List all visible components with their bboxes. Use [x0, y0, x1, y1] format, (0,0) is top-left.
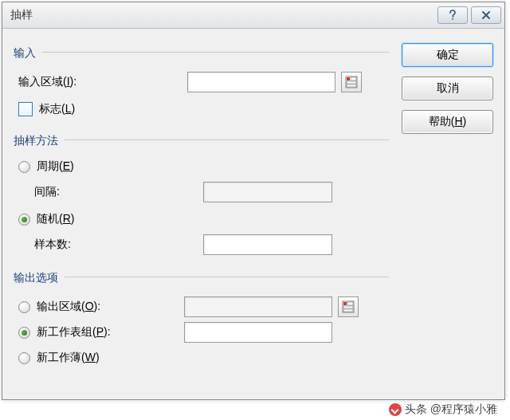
output-header-label: 输出选项 — [14, 271, 58, 285]
dialog-content: 输入 输入区域(I): 标志(L) 抽样方法 周期(E) — [2, 29, 504, 399]
labels-checkbox-row: 标志(L) — [14, 102, 389, 116]
input-range-field[interactable] — [187, 72, 335, 92]
new-sheet-row: 新工作表组(P): — [14, 322, 389, 343]
periodic-radio-label: 周期(E) — [37, 159, 74, 174]
svg-rect-6 — [343, 302, 347, 305]
new-sheet-radio[interactable] — [18, 327, 30, 339]
periodic-radio[interactable] — [18, 161, 30, 173]
close-icon — [481, 10, 491, 20]
output-range-radio[interactable] — [18, 301, 30, 313]
random-radio[interactable] — [18, 214, 30, 226]
ok-button-label: 确定 — [437, 48, 459, 62]
svg-rect-3 — [347, 81, 356, 84]
sampling-dialog: 抽样 输入 输入区域(I): — [2, 2, 505, 400]
sample-count-field[interactable] — [203, 234, 332, 255]
method-group-header: 抽样方法 — [14, 128, 389, 151]
cancel-button[interactable]: 取消 — [402, 77, 493, 100]
random-radio-label: 随机(R) — [37, 212, 74, 226]
dialog-title: 抽样 — [10, 8, 437, 22]
separator — [65, 277, 389, 277]
help-button[interactable]: 帮助(H) — [402, 110, 493, 134]
output-range-label: 输出区域(O): — [37, 300, 100, 314]
output-range-ref-button[interactable] — [338, 296, 359, 317]
new-sheet-field[interactable] — [184, 322, 332, 343]
new-book-radio[interactable] — [18, 352, 30, 364]
range-picker-icon — [345, 76, 358, 88]
new-book-label: 新工作薄(W) — [37, 351, 100, 365]
cancel-button-label: 取消 — [437, 81, 459, 96]
sample-count-row: 样本数: — [14, 234, 389, 255]
new-sheet-label: 新工作表组(P): — [37, 325, 111, 340]
random-radio-row: 随机(R) — [14, 212, 389, 226]
input-range-label: 输入区域(I): — [14, 75, 181, 89]
ok-button[interactable]: 确定 — [402, 43, 493, 67]
periodic-radio-row: 周期(E) — [14, 159, 389, 174]
input-range-ref-button[interactable] — [341, 72, 362, 92]
toutiao-icon — [389, 403, 402, 416]
separator — [65, 139, 389, 140]
output-range-row: 输出区域(O): — [14, 296, 389, 317]
svg-rect-8 — [343, 306, 353, 308]
labels-checkbox-label: 标志(L) — [39, 102, 75, 116]
input-range-row: 输入区域(I): — [14, 72, 389, 92]
svg-rect-4 — [347, 84, 356, 87]
input-group-header: 输入 — [14, 40, 389, 64]
input-header-label: 输入 — [14, 46, 36, 61]
separator — [42, 52, 389, 53]
range-picker-icon — [342, 300, 355, 313]
footer-text: 头条 @程序猿小雅 — [405, 402, 497, 417]
interval-row: 间隔: — [14, 182, 389, 202]
question-icon — [448, 10, 457, 21]
svg-rect-7 — [347, 302, 353, 305]
output-group-header: 输出选项 — [14, 265, 389, 289]
interval-label: 间隔: — [14, 185, 197, 199]
svg-rect-2 — [351, 77, 356, 80]
right-column: 确定 取消 帮助(H) — [402, 37, 493, 391]
labels-checkbox[interactable] — [18, 102, 33, 116]
output-range-field — [184, 296, 332, 317]
help-button-label: 帮助(H) — [429, 115, 466, 129]
footer-watermark: 头条 @程序猿小雅 — [389, 402, 497, 417]
svg-rect-1 — [347, 77, 350, 80]
interval-field — [203, 182, 332, 202]
titlebar-buttons — [437, 6, 501, 24]
help-icon-button[interactable] — [437, 6, 468, 24]
new-book-row: 新工作薄(W) — [14, 351, 389, 365]
method-header-label: 抽样方法 — [14, 134, 58, 148]
sample-count-label: 样本数: — [14, 237, 197, 252]
close-button[interactable] — [471, 6, 501, 24]
titlebar: 抽样 — [2, 2, 504, 29]
left-column: 输入 输入区域(I): 标志(L) 抽样方法 周期(E) — [14, 37, 389, 391]
svg-rect-9 — [343, 309, 353, 312]
